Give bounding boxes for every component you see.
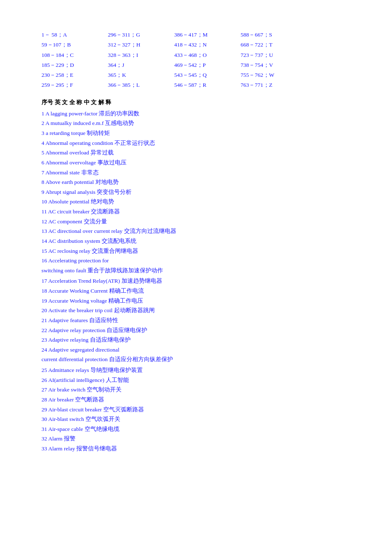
entry-text: 27 Air brake switch 空气制动开关 [41, 386, 122, 393]
entry-text: 23 Adaptive relaying 自适应继电保护 [41, 337, 131, 343]
list-item: 18 Accurate Working Current 精确工作电流 [41, 286, 359, 296]
index-cell: 259－295；F [41, 80, 108, 90]
list-item: 33 Alarm relay 报警信号继电器 [41, 444, 359, 454]
list-item: 1 A lagging power-factor 滞后的功率因数 [41, 109, 359, 119]
index-cell: 763－771；Z [241, 80, 307, 90]
list-item: 14 AC distribution system 交流配电系统 [41, 236, 359, 246]
entry-text-continuation: current differential protection 自适应分相方向纵… [41, 356, 173, 362]
index-row: 185－229；D364；J469－542；P738－754；V [41, 60, 359, 70]
list-item: 16 Accelerating protection for switching… [41, 256, 359, 275]
list-item: 13 AC directional over current relay 交流方… [41, 226, 359, 236]
index-row: 259－295；F366－385；L546－587；R763－771；Z [41, 80, 359, 90]
list-item: 5 Abnormal overload 异常过载 [41, 148, 359, 158]
entry-text: 6 Abnormal overvoltage 事故过电压 [41, 159, 127, 166]
entry-text: 19 Accurate Working voltage 精确工作电压 [41, 298, 143, 304]
list-item: 26 AI(artificial intelligence) 人工智能 [41, 375, 359, 385]
entry-text: 28 Air breaker 空气断路器 [41, 396, 104, 403]
entry-text: 16 Accelerating protection for [41, 257, 109, 264]
section-header: 序号 英 文 全 称 中 文 解 释 [41, 99, 359, 106]
list-item: 17 Acceleration Trend Relay(ATR) 加速趋势继电器 [41, 276, 359, 286]
entry-text: 32 Alarm 报警 [41, 435, 75, 442]
index-cell: 433－468；O [174, 50, 241, 60]
list-item: 23 Adaptive relaying 自适应继电保护 [41, 335, 359, 345]
list-item: 4 Abnormal operating condition 不正常运行状态 [41, 138, 359, 148]
entry-text: 33 Alarm relay 报警信号继电器 [41, 445, 117, 452]
list-item: 25 Admittance relays 导纳型继电保护装置 [41, 365, 359, 375]
index-cell: 723－737；U [241, 50, 307, 60]
list-item: 8 Above earth potential 对地电势 [41, 177, 359, 187]
list-item: 12 AC component 交流分量 [41, 217, 359, 227]
entry-text-continuation: switching onto fault 重合于故障线路加速保护动作 [41, 267, 163, 274]
entry-text: 3 a retarding torque 制动转矩 [41, 130, 110, 136]
index-cell: 755－762；W [241, 70, 307, 80]
index-cell: 366－385；L [108, 80, 174, 90]
entry-text: 12 AC component 交流分量 [41, 218, 107, 225]
list-item: 31 Air-space cable 空气绝缘电缆 [41, 424, 359, 434]
entry-text: 18 Accurate Working Current 精确工作电流 [41, 288, 144, 294]
list-item: 32 Alarm 报警 [41, 434, 359, 444]
entry-text: 20 Activate the breaker trip coil 起动断路器跳… [41, 307, 155, 313]
index-cell: 546－587；R [174, 80, 241, 90]
list-item: 15 AC reclosing relay 交流重合闸继电器 [41, 246, 359, 256]
list-item: 3 a retarding torque 制动转矩 [41, 128, 359, 138]
entry-text: 9 Abrupt signal analysis 突变信号分析 [41, 189, 132, 195]
list-item: 27 Air brake switch 空气制动开关 [41, 385, 359, 395]
entry-text: 7 Abnormal state 非常态 [41, 169, 99, 176]
index-cell: 668－722；T [241, 40, 307, 50]
index-row: 1－ 58；A296－311；G386－417；M588－667；S [41, 30, 359, 40]
index-row: 108－184；C328－363；I433－468；O723－737；U [41, 50, 359, 60]
index-cell: 328－363；I [108, 50, 174, 60]
entry-text: 5 Abnormal overload 异常过载 [41, 149, 114, 156]
index-cell: 418－432；N [174, 40, 241, 50]
entry-text: 13 AC directional over current relay 交流方… [41, 228, 176, 234]
list-item: 20 Activate the breaker trip coil 起动断路器跳… [41, 306, 359, 315]
entry-text: 25 Admittance relays 导纳型继电保护装置 [41, 367, 143, 373]
entry-text: 26 AI(artificial intelligence) 人工智能 [41, 377, 129, 383]
list-item: 7 Abnormal state 非常态 [41, 168, 359, 178]
entry-text: 31 Air-space cable 空气绝缘电缆 [41, 426, 119, 432]
list-item: 22 Adaptive relay protection 自适应继电保护 [41, 325, 359, 335]
list-item: 11 AC circuit breaker 交流断路器 [41, 207, 359, 217]
list-item: 28 Air breaker 空气断路器 [41, 395, 359, 405]
list-item: 2 A mutualky induced e.m.f 互感电动势 [41, 118, 359, 128]
index-cell: 59－107；B [41, 40, 108, 50]
entry-text: 29 Air-blast circuit breaker 空气灭弧断路器 [41, 406, 144, 413]
list-item: 24 Adaptive segregated directional curre… [41, 345, 359, 364]
index-cell: 469－542；P [174, 60, 241, 70]
index-cell: 738－754；V [241, 60, 307, 70]
entry-text: 1 A lagging power-factor 滞后的功率因数 [41, 110, 139, 117]
index-cell: 108－184；C [41, 50, 108, 60]
entry-text: 30 Air-blast switch 空气吹弧开关 [41, 416, 120, 422]
list-item: 21 Adaptive features 自适应特性 [41, 315, 359, 325]
index-cell: 365；K [108, 70, 174, 80]
list-item: 30 Air-blast switch 空气吹弧开关 [41, 414, 359, 424]
entry-text: 2 A mutualky induced e.m.f 互感电动势 [41, 120, 134, 126]
index-cell: 230－258；E [41, 70, 108, 80]
index-table: 1－ 58；A296－311；G386－417；M588－667；S 59－10… [41, 30, 359, 90]
index-cell: 543－545；Q [174, 70, 241, 80]
list-item: 10 Absolute potential 绝对电势 [41, 197, 359, 207]
entry-text: 11 AC circuit breaker 交流断路器 [41, 208, 120, 215]
index-cell: 312－327；H [108, 40, 174, 50]
entry-text: 15 AC reclosing relay 交流重合闸继电器 [41, 248, 138, 254]
index-cell: 386－417；M [174, 30, 241, 40]
entry-text: 17 Acceleration Trend Relay(ATR) 加速趋势继电器 [41, 278, 162, 284]
list-item: 29 Air-blast circuit breaker 空气灭弧断路器 [41, 405, 359, 415]
index-row: 230－258；E365；K543－545；Q755－762；W [41, 70, 359, 80]
entry-text: 22 Adaptive relay protection 自适应继电保护 [41, 327, 147, 333]
list-item: 9 Abrupt signal analysis 突变信号分析 [41, 187, 359, 197]
entry-text: 8 Above earth potential 对地电势 [41, 179, 119, 185]
index-cell: 364；J [108, 60, 174, 70]
list-item: 19 Accurate Working voltage 精确工作电压 [41, 296, 359, 306]
entry-text: 14 AC distribution system 交流配电系统 [41, 238, 136, 244]
entry-text: 4 Abnormal operating condition 不正常运行状态 [41, 140, 155, 146]
entry-text: 24 Adaptive segregated directional [41, 347, 119, 353]
list-item: 6 Abnormal overvoltage 事故过电压 [41, 158, 359, 168]
index-cell: 185－229；D [41, 60, 108, 70]
index-cell: 1－ 58；A [41, 30, 108, 40]
index-row: 59－107；B312－327；H418－432；N668－722；T [41, 40, 359, 50]
entry-text: 10 Absolute potential 绝对电势 [41, 198, 114, 205]
entry-text: 21 Adaptive features 自适应特性 [41, 317, 118, 323]
index-cell: 296－311；G [108, 30, 174, 40]
index-cell: 588－667；S [241, 30, 307, 40]
